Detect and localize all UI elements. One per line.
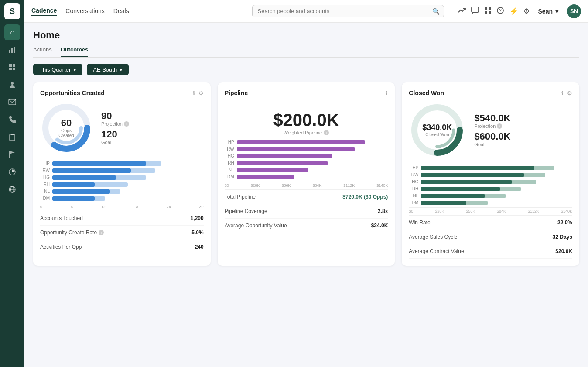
opportunities-donut-value: 60 <box>53 118 79 128</box>
bar-label-dm: DM <box>40 196 50 201</box>
pipeline-big-value: $200.0K <box>225 110 388 130</box>
nav-deals[interactable]: Deals <box>113 7 129 15</box>
bar-fill-hg-fg <box>52 175 116 180</box>
sidebar-item-globe[interactable] <box>4 182 20 197</box>
pipeline-bar-axis: $0$28K$56K$84K$112K$140K <box>225 182 388 188</box>
bar-row-dm: DM <box>40 196 204 201</box>
filter-team[interactable]: AE South ▾ <box>87 64 129 75</box>
opportunities-card-header: Opportunities Created ℹ ⚙ <box>40 89 204 96</box>
closed-won-donut-value: $340.0K <box>422 123 452 132</box>
opportunities-card-icons: ℹ ⚙ <box>193 90 204 96</box>
closed-won-bar-row-rw: RW <box>409 172 572 177</box>
opp-rate-value: 5.0% <box>191 230 203 236</box>
svg-rect-17 <box>485 7 487 10</box>
opportunities-projection-label: Projection i <box>101 121 129 127</box>
closed-won-bottom-stats: Win Rate 22.0% Average Sales Cycle 32 Da… <box>409 215 572 259</box>
bar-label-nl: NL <box>40 189 50 194</box>
activities-value: 240 <box>195 244 204 250</box>
sidebar-item-analytics[interactable] <box>4 42 20 58</box>
page-content: Home Actions Outcomes This Quarter ▾ AE … <box>24 23 588 367</box>
svg-rect-3 <box>9 64 12 67</box>
sidebar-item-phone[interactable] <box>4 112 20 127</box>
sidebar-item-home[interactable]: ⌂ <box>4 24 20 40</box>
apps-icon[interactable] <box>484 7 491 16</box>
stat-row-sales-cycle: Average Sales Cycle 32 Days <box>409 230 572 244</box>
svg-rect-9 <box>10 134 15 141</box>
sales-cycle-label: Average Sales Cycle <box>409 234 457 240</box>
closed-won-projection-stat: $540.0K Projection i <box>474 113 510 129</box>
closed-won-settings-icon[interactable]: ⚙ <box>567 90 572 96</box>
closed-won-info-icon[interactable]: ℹ <box>561 90 564 96</box>
cards-grid: Opportunities Created ℹ ⚙ <box>33 82 579 266</box>
settings-icon[interactable]: ⚙ <box>523 7 530 15</box>
avatar[interactable]: SN <box>567 4 581 18</box>
closed-won-donut-stats: $540.0K Projection i $600.0K Goal <box>474 113 510 147</box>
closed-won-projection-value: $540.0K <box>474 113 510 123</box>
sidebar-item-flag[interactable] <box>4 147 20 162</box>
main-content: S Cadence Conversations Deals 🔍 ? ⚡ ⚙ <box>24 0 588 367</box>
user-menu[interactable]: Sean ▾ <box>538 8 558 15</box>
closed-won-goal-label: Goal <box>474 142 510 147</box>
sidebar-logo[interactable]: S <box>4 3 20 19</box>
nav-cadence[interactable]: Cadence <box>31 7 57 16</box>
trending-icon[interactable] <box>458 7 466 16</box>
pipeline-bar-rh <box>237 161 328 165</box>
chat-icon[interactable] <box>471 7 479 16</box>
opportunities-info-icon[interactable]: ℹ <box>193 90 195 96</box>
opportunities-bar-chart: HP RW HG <box>40 161 204 209</box>
opportunities-bottom-stats: Accounts Touched 1,200 Opportunity Creat… <box>40 211 204 254</box>
filter-team-label: AE South <box>93 66 117 73</box>
bar-fill-hp-fg <box>52 161 146 166</box>
closed-won-donut: $340.0K Closed Won <box>409 102 465 158</box>
sidebar-item-clipboard[interactable] <box>4 129 20 145</box>
opportunities-settings-icon[interactable]: ⚙ <box>198 90 204 96</box>
closed-won-bar-row-rh: RH <box>409 186 572 191</box>
sidebar-item-chart[interactable] <box>4 164 20 180</box>
bar-row-hp: HP <box>40 161 204 166</box>
closed-won-bar-row-hg: HG <box>409 179 572 184</box>
opportunities-projection-stat: 90 Projection i <box>101 111 129 127</box>
win-rate-label: Win Rate <box>409 220 430 226</box>
svg-point-7 <box>11 82 14 85</box>
bar-fill-nl-fg <box>52 189 110 194</box>
stat-row-total-pipeline: Total Pipeline $720.0K (30 Opps) <box>225 190 388 204</box>
pipeline-card-icons: ℹ <box>386 90 388 96</box>
pipeline-bar-hg <box>237 154 332 158</box>
stat-row-contract-value: Average Contract Value $20.0K <box>409 244 572 259</box>
opp-rate-info[interactable]: i <box>99 230 104 235</box>
projection-info-icon[interactable]: i <box>124 121 129 127</box>
nav-conversations[interactable]: Conversations <box>65 7 105 15</box>
pipeline-info-icon[interactable]: ℹ <box>386 90 388 96</box>
pipeline-bar-row-rh: RH <box>225 161 388 165</box>
bar-track-rh <box>52 182 204 187</box>
accounts-touched-value: 1,200 <box>191 215 204 221</box>
pipeline-bar-row-nl: NL <box>225 168 388 172</box>
tab-actions[interactable]: Actions <box>33 46 52 57</box>
closed-won-bar-chart: HP RW HG <box>409 165 572 213</box>
lightning-icon[interactable]: ⚡ <box>509 7 518 15</box>
username: Sean <box>538 8 553 15</box>
closed-won-bar-rh-fg <box>421 187 499 191</box>
sidebar-item-mail[interactable] <box>4 94 20 110</box>
topnav-icon-group: ? ⚡ ⚙ <box>458 7 530 16</box>
bar-row-hg: HG <box>40 175 204 180</box>
svg-rect-10 <box>11 134 14 135</box>
weighted-pipeline-info[interactable]: i <box>324 130 329 135</box>
svg-rect-1 <box>11 48 13 53</box>
opportunities-goal-value: 120 <box>101 129 129 140</box>
bar-track-hp <box>52 161 204 166</box>
closed-won-goal-value: $600.0K <box>474 131 510 142</box>
bar-label-hg: HG <box>40 175 50 180</box>
contract-value-label: Average Contract Value <box>409 248 464 254</box>
opportunities-donut-stats: 90 Projection i 120 Goal <box>101 111 129 145</box>
closed-won-projection-info[interactable]: i <box>497 123 502 129</box>
bar-row-rw: RW <box>40 168 204 173</box>
sidebar-item-grid[interactable] <box>4 59 20 75</box>
sidebar-item-users[interactable] <box>4 77 20 93</box>
opportunities-goal-label: Goal <box>101 140 129 145</box>
filter-quarter[interactable]: This Quarter ▾ <box>33 64 82 75</box>
tab-outcomes[interactable]: Outcomes <box>61 46 89 57</box>
help-icon[interactable]: ? <box>496 7 504 16</box>
search-input[interactable] <box>252 5 444 17</box>
opportunities-goal-stat: 120 Goal <box>101 129 129 145</box>
